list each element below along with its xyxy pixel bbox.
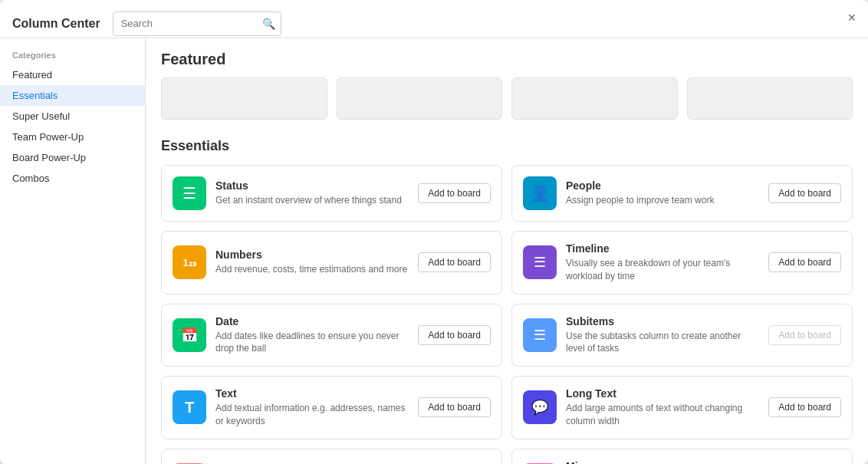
mirror-name: Mirror bbox=[566, 460, 759, 464]
modal-body: Categories Featured Essentials Super Use… bbox=[0, 38, 868, 464]
sidebar-item-featured[interactable]: Featured bbox=[0, 64, 145, 85]
timeline-add-button[interactable]: Add to board bbox=[768, 252, 841, 272]
essentials-title: Essentials bbox=[161, 138, 853, 154]
subitems-desc: Use the subtasks column to create anothe… bbox=[566, 330, 759, 356]
sidebar-item-essentials[interactable]: Essentials bbox=[0, 85, 145, 106]
essentials-grid: ☰ Status Get an instant overview of wher… bbox=[161, 165, 853, 464]
people-info: People Assign people to improve team wor… bbox=[566, 179, 759, 207]
timeline-name: Timeline bbox=[566, 242, 759, 255]
item-card-status: ☰ Status Get an instant overview of wher… bbox=[161, 165, 502, 222]
search-input-container: 🔍 bbox=[113, 12, 281, 36]
featured-card-1 bbox=[161, 77, 327, 120]
numbers-desc: Add revenue, costs, time estimations and… bbox=[215, 263, 409, 276]
modal-title: Column Center bbox=[12, 17, 100, 31]
timeline-desc: Visually see a breakdown of your team's … bbox=[566, 257, 759, 283]
status-name: Status bbox=[215, 179, 409, 192]
featured-card-2 bbox=[337, 77, 503, 120]
close-button[interactable]: × bbox=[847, 11, 856, 25]
date-icon: 📅 bbox=[173, 318, 206, 352]
item-card-people: 👤 People Assign people to improve team w… bbox=[511, 165, 853, 222]
date-info: Date Add dates like deadlines to ensure … bbox=[215, 315, 409, 356]
sidebar-section-label: Categories bbox=[0, 48, 145, 64]
subitems-add-button: Add to board bbox=[768, 325, 841, 345]
long-text-info: Long Text Add large amounts of text with… bbox=[566, 387, 759, 428]
search-icon: 🔍 bbox=[262, 18, 275, 30]
item-card-numbers: 1₂₃ Numbers Add revenue, costs, time est… bbox=[161, 231, 502, 295]
item-card-text: T Text Add textual information e.g. addr… bbox=[161, 376, 502, 439]
sidebar-item-board-powerup[interactable]: Board Power-Up bbox=[0, 147, 145, 168]
text-desc: Add textual information e.g. addresses, … bbox=[215, 402, 409, 428]
date-desc: Add dates like deadlines to ensure you n… bbox=[215, 330, 409, 356]
numbers-add-button[interactable]: Add to board bbox=[418, 252, 491, 272]
numbers-name: Numbers bbox=[215, 248, 409, 261]
item-card-mirror: ⇌ Mirror Show and edit columns' data fro… bbox=[511, 449, 853, 464]
featured-strip bbox=[161, 77, 853, 120]
search-wrapper: 🔍 bbox=[113, 12, 281, 36]
item-card-long-text: 💬 Long Text Add large amounts of text wi… bbox=[511, 376, 853, 439]
column-center-modal: Column Center 🔍 × Categories Featured Es… bbox=[0, 0, 868, 464]
modal-header: Column Center 🔍 × bbox=[0, 0, 868, 38]
timeline-icon: ☰ bbox=[523, 245, 557, 279]
people-add-button[interactable]: Add to board bbox=[768, 183, 841, 203]
item-card-connect-boards: ⇌ Connect boards Connect data from other… bbox=[161, 449, 502, 464]
main-content: Featured Essentials ☰ Status Get an inst… bbox=[146, 38, 868, 464]
status-add-button[interactable]: Add to board bbox=[418, 183, 491, 203]
sidebar-item-super-useful[interactable]: Super Useful bbox=[0, 106, 145, 127]
text-icon: T bbox=[173, 390, 206, 424]
text-info: Text Add textual information e.g. addres… bbox=[215, 387, 409, 428]
text-add-button[interactable]: Add to board bbox=[418, 397, 491, 417]
people-name: People bbox=[566, 179, 759, 192]
long-text-icon: 💬 bbox=[523, 390, 557, 424]
text-name: Text bbox=[215, 387, 409, 400]
featured-card-3 bbox=[511, 77, 678, 120]
search-input[interactable] bbox=[113, 12, 281, 36]
numbers-icon: 1₂₃ bbox=[173, 245, 206, 279]
status-info: Status Get an instant overview of where … bbox=[215, 179, 409, 207]
item-card-timeline: ☰ Timeline Visually see a breakdown of y… bbox=[511, 231, 853, 295]
status-icon: ☰ bbox=[173, 176, 206, 210]
mirror-info: Mirror Show and edit columns' data from … bbox=[566, 460, 759, 464]
subitems-info: Subitems Use the subtasks column to crea… bbox=[566, 315, 759, 356]
date-add-button[interactable]: Add to board bbox=[418, 325, 491, 345]
status-desc: Get an instant overview of where things … bbox=[215, 194, 409, 207]
timeline-info: Timeline Visually see a breakdown of you… bbox=[566, 242, 759, 283]
people-desc: Assign people to improve team work bbox=[566, 194, 759, 207]
item-card-date: 📅 Date Add dates like deadlines to ensur… bbox=[161, 304, 502, 367]
subitems-icon: ☰ bbox=[523, 318, 557, 352]
sidebar-item-combos[interactable]: Combos bbox=[0, 168, 145, 189]
featured-title: Featured bbox=[161, 51, 853, 68]
date-name: Date bbox=[215, 315, 409, 327]
long-text-add-button[interactable]: Add to board bbox=[768, 397, 841, 417]
sidebar: Categories Featured Essentials Super Use… bbox=[0, 38, 146, 464]
subitems-name: Subitems bbox=[566, 315, 759, 327]
sidebar-item-team-powerup[interactable]: Team Power-Up bbox=[0, 127, 145, 147]
featured-card-4 bbox=[687, 77, 853, 120]
numbers-info: Numbers Add revenue, costs, time estimat… bbox=[215, 248, 409, 276]
long-text-desc: Add large amounts of text without changi… bbox=[566, 402, 759, 428]
people-icon: 👤 bbox=[523, 176, 557, 210]
item-card-subitems: ☰ Subitems Use the subtasks column to cr… bbox=[511, 304, 853, 367]
long-text-name: Long Text bbox=[566, 387, 759, 400]
